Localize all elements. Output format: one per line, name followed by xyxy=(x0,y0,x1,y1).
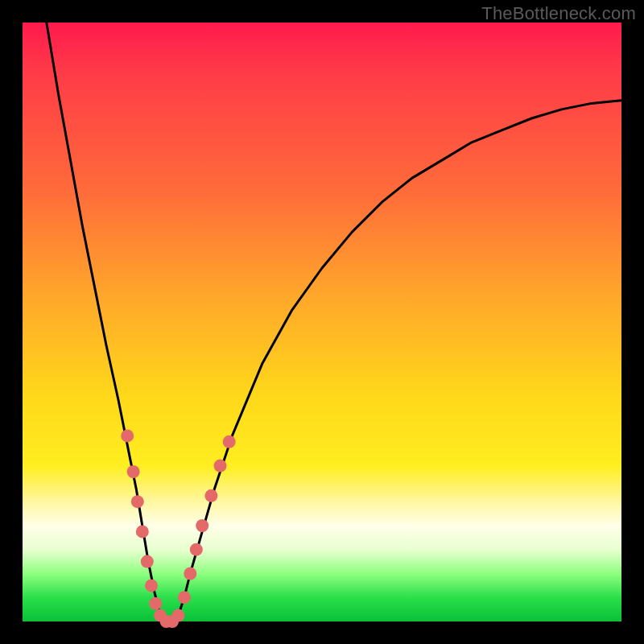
data-marker xyxy=(214,460,227,473)
data-marker xyxy=(204,489,217,502)
highlighted-points xyxy=(121,429,236,628)
chart-frame: TheBottleneck.com xyxy=(0,0,644,644)
data-marker xyxy=(127,465,140,478)
data-marker xyxy=(223,436,236,448)
data-marker xyxy=(131,495,144,508)
data-marker xyxy=(149,597,162,610)
data-marker xyxy=(184,568,196,580)
data-marker xyxy=(178,591,191,604)
data-marker xyxy=(190,543,203,556)
data-marker xyxy=(145,579,158,592)
data-marker xyxy=(121,429,134,442)
chart-overlay xyxy=(23,23,621,621)
data-marker xyxy=(136,525,149,538)
data-marker xyxy=(196,519,208,532)
data-marker xyxy=(171,609,184,622)
data-marker xyxy=(141,555,154,568)
bottleneck-curve xyxy=(47,23,621,621)
curve-path xyxy=(47,23,621,621)
watermark-text: TheBottleneck.com xyxy=(481,3,636,24)
